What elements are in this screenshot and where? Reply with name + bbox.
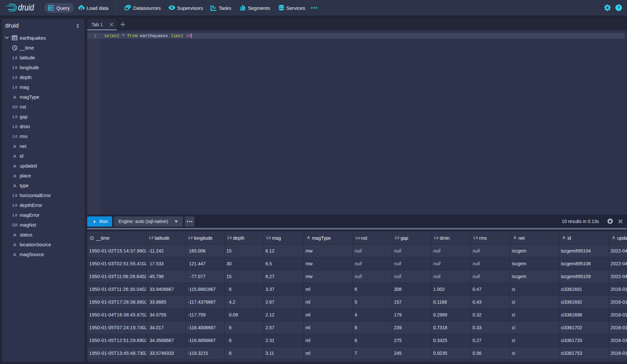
svg-text:?: ?: [617, 5, 620, 10]
